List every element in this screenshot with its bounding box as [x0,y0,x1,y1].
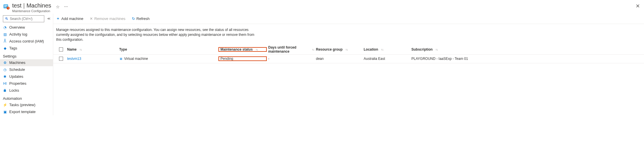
column-label: Maintenance status [220,47,253,51]
toolbar: ＋ Add machine ✕ Remove machines ↻ Refres… [53,14,644,24]
column-label: Resource group [316,47,343,51]
cell-days-value: - [268,57,269,61]
add-machine-button[interactable]: ＋ Add machine [55,15,84,22]
sort-icon: ↑↓ [435,48,438,51]
sidebar-item-machines[interactable]: ⚙ Machines [0,59,53,66]
cell-sub-value: PLAYGROUND - IaaSExp - Team 01 [411,57,468,61]
sidebar: 🔍︎ ≪ ◔ Overview ▤ Activity log ᐰ Access … [0,14,53,115]
column-header-resource-group[interactable]: Resource group ↑↓ [314,47,362,51]
tasks-icon: ⚡ [3,103,7,107]
column-header-days-until-forced[interactable]: Days until forced maintenance ↑↓ [266,45,314,53]
toolbar-btn-label: Refresh [137,16,150,21]
sidebar-item-overview[interactable]: ◔ Overview [0,24,53,31]
sidebar-item-label: Locks [9,88,19,93]
sidebar-item-label: Export template [9,110,36,114]
sort-icon: ↑↓ [255,48,258,51]
overview-icon: ◔ [3,25,7,29]
search-input[interactable] [10,17,42,21]
sidebar-item-label: Tasks (preview) [9,103,35,107]
cell-status-value: Pending [220,57,233,61]
sidebar-item-label: Activity log [9,32,27,36]
sidebar-section-settings: Settings [0,52,53,59]
machine-name-link[interactable]: testvm13 [67,57,81,61]
favorite-star-icon[interactable]: ☆ [56,4,60,9]
tags-icon: ◆ [3,46,7,50]
sidebar-item-properties[interactable]: HI Properties [0,80,53,87]
close-icon[interactable]: ✕ [636,3,640,9]
title-separator: | [23,2,25,9]
sort-icon: ↑↓ [80,48,82,51]
title-suffix: Machines [26,2,51,9]
sidebar-search[interactable]: 🔍︎ [3,15,44,22]
title-prefix: test [12,2,21,9]
sidebar-item-label: Schedule [9,67,25,72]
sidebar-item-schedule[interactable]: ◷ Schedule [0,66,53,73]
machines-icon: ⚙ [3,61,7,65]
sort-icon: ↑↓ [381,48,383,51]
sidebar-item-export-template[interactable]: ▣ Export template [0,108,53,115]
main-pane: ＋ Add machine ✕ Remove machines ↻ Refres… [53,14,644,115]
search-icon: 🔍︎ [5,17,8,21]
column-header-type[interactable]: Type [117,47,219,51]
sidebar-section-automation: Automation [0,94,53,101]
locks-icon: 🔒︎ [3,88,7,93]
sidebar-item-activity-log[interactable]: ▤ Activity log [0,31,53,38]
column-label: Type [119,47,127,51]
cell-days: - [266,57,314,61]
toolbar-btn-label: Remove machines [94,16,126,21]
sidebar-item-iam[interactable]: ᐰ Access control (IAM) [0,38,53,45]
sidebar-item-locks[interactable]: 🔒︎ Locks [0,87,53,94]
sidebar-item-tags[interactable]: ◆ Tags [0,45,53,52]
cell-loc-value: Australia East [364,57,385,61]
remove-machines-button: ✕ Remove machines [89,16,127,21]
sidebar-item-label: Updates [9,74,23,79]
toolbar-btn-label: Add machine [61,16,83,21]
column-label: Subscription [411,47,433,51]
column-header-name[interactable]: Name ↑↓ [65,47,117,51]
sidebar-item-label: Properties [9,81,26,86]
column-label: Days until forced maintenance [268,45,309,53]
cell-subscription: PLAYGROUND - IaaSExp - Team 01 [410,57,644,61]
column-header-location[interactable]: Location ↑↓ [362,47,410,51]
refresh-button[interactable]: ↻ Refresh [131,16,151,21]
cell-type: Virtual machine [124,57,148,61]
cell-resource-group: dean [314,57,362,61]
sidebar-item-label: Access control (IAM) [9,39,44,43]
collapse-sidebar-icon[interactable]: ≪ [46,16,52,22]
sidebar-item-label: Machines [9,60,25,65]
table-header-row: Name ↑↓ Type Maintenance status ↑↓ Days … [53,45,644,55]
description-text: Manage resources assigned to this mainte… [53,24,262,45]
properties-icon: HI [3,82,7,86]
column-header-subscription[interactable]: Subscription ↑↓ [410,47,644,51]
x-icon: ✕ [90,16,93,21]
sort-icon: ↑↓ [312,48,314,51]
page-header: test | Machines ☆ ··· Maintenance Config… [0,0,644,14]
row-checkbox[interactable] [59,57,63,61]
svg-rect-1 [4,5,7,6]
activity-log-icon: ▤ [3,32,7,36]
machines-table: Name ↑↓ Type Maintenance status ↑↓ Days … [53,45,644,63]
more-actions-icon[interactable]: ··· [64,5,68,9]
column-label: Location [364,47,378,51]
sidebar-item-tasks[interactable]: ⚡ Tasks (preview) [0,101,53,108]
maintenance-config-icon [3,3,10,10]
cell-rg-value: dean [316,57,324,61]
sidebar-item-updates[interactable]: ✱ Updates [0,73,53,80]
page-subtitle: Maintenance Configuration [12,9,68,13]
iam-icon: ᐰ [3,39,7,43]
table-row[interactable]: testvm13 🖥︎ Virtual machine Pending - de… [53,55,644,63]
svg-rect-2 [4,6,6,7]
column-header-maintenance-status[interactable]: Maintenance status ↑↓ [219,47,266,51]
page-title: test | Machines ☆ ··· [12,2,68,9]
cell-maintenance-status: Pending [219,57,266,61]
sidebar-item-label: Overview [9,25,25,29]
sort-icon: ↑↓ [345,48,348,51]
cell-location: Australia East [362,57,410,61]
schedule-icon: ◷ [3,68,7,72]
refresh-icon: ↻ [132,16,135,21]
virtual-machine-icon: 🖥︎ [119,57,122,60]
plus-icon: ＋ [56,16,60,21]
select-all-checkbox[interactable] [59,47,63,51]
column-label: Name [67,47,77,51]
export-template-icon: ▣ [3,110,7,114]
